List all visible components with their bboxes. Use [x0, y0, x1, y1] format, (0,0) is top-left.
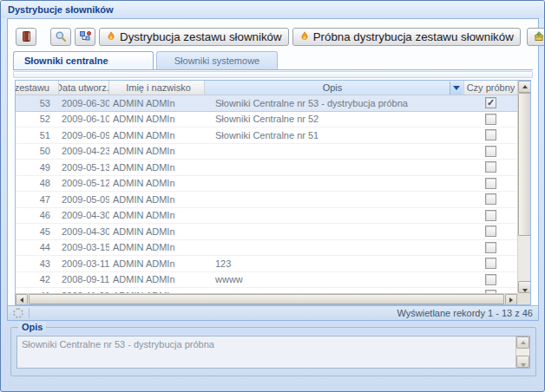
hierarchy-icon: [79, 30, 91, 42]
cell-opis: [205, 176, 464, 192]
page-title: Dystrybucje słowników: [8, 4, 114, 15]
tab-slowniki-centralne[interactable]: Słowniki centralne: [13, 51, 154, 69]
search-button[interactable]: [50, 28, 71, 46]
probny-checkbox[interactable]: ✓: [485, 225, 496, 237]
opis-fieldset: Opis Słowniki Centralne nr 53 - dystrybu…: [10, 327, 536, 376]
scroll-down-button[interactable]: [516, 356, 529, 368]
cell-czy-probny: ✓: [464, 176, 517, 192]
refresh-icon[interactable]: [13, 308, 23, 318]
column-menu-button[interactable]: [450, 82, 463, 95]
trial-distribute-set-button[interactable]: Próbna dystrybucja zestawu słowników: [292, 28, 521, 46]
probny-checkbox[interactable]: ✓: [485, 161, 496, 173]
cell-data-utworzenia: 2009-04-30: [59, 224, 109, 239]
scroll-up-button[interactable]: [518, 81, 531, 93]
cell-imie-i-nazwisko: ADMIN ADMIn: [109, 127, 205, 143]
cell-czy-probny: ✓: [464, 272, 517, 288]
table-row[interactable]: 48 2009-05-12 ADMIN ADMIn ✓: [16, 176, 517, 193]
arrow-left-icon: [20, 297, 23, 303]
cell-data-utworzenia: 2009-03-11: [59, 256, 109, 271]
cell-imie-i-nazwisko: ADMIN ADMIn: [109, 256, 205, 271]
table-body: 53 2009-06-30 ADMIN ADMIn Słowniki Centr…: [16, 95, 517, 295]
table-row[interactable]: 43 2009-03-11 ADMIN ADMIn 123 ✓: [16, 256, 517, 272]
cell-czy-probny: ✓: [464, 224, 517, 239]
dictionary-book-button[interactable]: [16, 28, 36, 46]
cell-czy-probny: ✓: [464, 112, 517, 127]
statusbar-separator: [29, 308, 30, 318]
cell-nr-zestawu: 53: [16, 95, 59, 111]
table-row[interactable]: 45 2009-04-30 ADMIN ADMIn ✓: [16, 224, 517, 240]
probny-checkbox[interactable]: ✓: [485, 129, 496, 140]
cell-data-utworzenia: 2009-06-09: [59, 127, 109, 143]
scroll-down-button[interactable]: [518, 281, 531, 293]
vertical-scrollbar-thumb[interactable]: [518, 93, 531, 236]
table-row[interactable]: 49 2009-05-13 ADMIN ADMIn ✓: [16, 160, 517, 176]
tab-slowniki-systemowe[interactable]: Słowniki systemowe: [156, 51, 278, 69]
cell-nr-zestawu: 51: [16, 127, 59, 143]
cell-czy-probny: ✓: [464, 144, 517, 160]
cell-nr-zestawu: 43: [16, 256, 59, 271]
cell-opis: Słowniki Centralne nr 53 - dystrybucja p…: [205, 95, 464, 111]
distribute-set-button[interactable]: Dystrybucja zestawu słowników: [99, 28, 289, 46]
opis-scrollbar[interactable]: [515, 336, 529, 368]
table-row[interactable]: 46 2009-04-30 ADMIN ADMIn ✓: [16, 208, 517, 225]
column-header-czy-probny[interactable]: Czy próbny: [464, 81, 517, 95]
column-header-imie-i-nazwisko[interactable]: Imię i nazwisko: [109, 81, 205, 95]
search-icon: [55, 30, 67, 42]
scroll-up-button[interactable]: [516, 336, 529, 349]
probny-checkbox[interactable]: ✓: [485, 146, 496, 157]
hierarchy-button[interactable]: [75, 28, 95, 46]
save-set-button[interactable]: Zapisz zestaw: [527, 28, 545, 46]
opis-textarea[interactable]: Słowniki Centralne nr 53 - dystrybucja p…: [16, 336, 530, 369]
main-panel: Dystrybucja zestawu słowników Próbna dys…: [7, 18, 539, 321]
horizontal-scrollbar[interactable]: [16, 293, 517, 304]
cell-nr-zestawu: 52: [16, 112, 59, 127]
arrow-right-icon: [509, 297, 513, 303]
cell-opis: [205, 240, 464, 256]
scroll-left-button[interactable]: [16, 294, 28, 305]
grid-statusbar: Wyświetlane rekordy 1 - 13 z 46: [8, 305, 538, 320]
probny-checkbox[interactable]: ✓: [485, 193, 496, 205]
toolbar: Dystrybucja zestawu słowników Próbna dys…: [16, 27, 530, 46]
table-row[interactable]: 52 2009-06-10 ADMIN ADMIn Słowniki Centr…: [16, 112, 517, 128]
column-header-opis[interactable]: Opis: [205, 81, 464, 95]
cell-czy-probny: ✓: [464, 208, 517, 224]
cell-imie-i-nazwisko: ADMIN ADMIn: [109, 144, 205, 160]
table-row[interactable]: 44 2009-03-15 ADMIN ADMIn ✓: [16, 240, 517, 257]
vertical-scrollbar[interactable]: [517, 81, 530, 293]
horizontal-scrollbar-thumb[interactable]: [29, 294, 504, 304]
table-row[interactable]: 51 2009-06-09 ADMIN ADMIn Słowniki Centr…: [16, 127, 517, 144]
cell-imie-i-nazwisko: ADMIN ADMIn: [109, 224, 205, 239]
column-header-nr-zestawu[interactable]: Nr zestawu: [16, 81, 59, 95]
cell-imie-i-nazwisko: ADMIN ADMIn: [109, 240, 205, 256]
probny-checkbox[interactable]: ✓: [485, 242, 496, 253]
scroll-right-button[interactable]: [505, 294, 517, 305]
tabstrip: Słowniki centralne Słowniki systemowe: [13, 51, 533, 70]
cell-data-utworzenia: 2009-06-30: [59, 95, 109, 111]
column-header-data-utworzenia[interactable]: Data utworz...: [59, 81, 109, 95]
table-row[interactable]: 47 2009-05-09 ADMIN ADMIn ✓: [16, 192, 517, 208]
probny-checkbox[interactable]: ✓: [485, 274, 496, 285]
table-row[interactable]: 53 2009-06-30 ADMIN ADMIn Słowniki Centr…: [16, 95, 517, 112]
cell-imie-i-nazwisko: ADMIN ADMIn: [109, 192, 205, 207]
cell-opis: wwww: [205, 272, 464, 288]
probny-checkbox[interactable]: ✓: [485, 97, 496, 108]
cell-opis: [205, 192, 464, 207]
table-row[interactable]: 42 2008-09-11 ADMIN ADMIn wwww ✓: [16, 272, 517, 289]
cell-imie-i-nazwisko: ADMIN ADMIn: [109, 112, 205, 127]
cell-imie-i-nazwisko: ADMIN ADMIn: [109, 176, 205, 192]
flame-icon: [299, 31, 310, 42]
cell-nr-zestawu: 44: [16, 240, 59, 256]
probny-checkbox[interactable]: ✓: [485, 210, 496, 221]
probny-checkbox[interactable]: ✓: [485, 258, 496, 269]
table-row[interactable]: 50 2009-04-23 ADMIN ADMIn ✓: [16, 144, 517, 160]
cell-czy-probny: ✓: [464, 127, 517, 143]
arrow-down-icon: [522, 289, 528, 292]
arrow-up-icon: [521, 341, 526, 344]
cell-czy-probny: ✓: [464, 256, 517, 271]
cell-nr-zestawu: 46: [16, 208, 59, 224]
cell-imie-i-nazwisko: ADMIN ADMIn: [109, 160, 205, 175]
window-titlebar: Dystrybucje słowników: [1, 1, 544, 18]
probny-checkbox[interactable]: ✓: [485, 178, 496, 189]
cell-opis: [205, 144, 464, 160]
probny-checkbox[interactable]: ✓: [485, 114, 496, 125]
